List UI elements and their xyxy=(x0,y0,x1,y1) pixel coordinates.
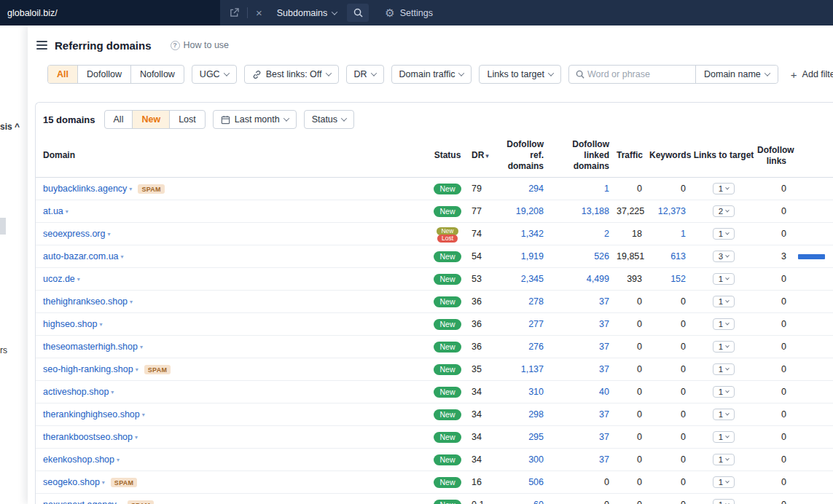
keywords-value[interactable]: 0 xyxy=(681,342,686,352)
domain-link[interactable]: theseomasterhigh.shop xyxy=(43,342,138,352)
domain-caret-icon[interactable]: ▾ xyxy=(117,457,120,463)
links-to-target-select[interactable]: 3 xyxy=(713,251,735,262)
links-to-target-select[interactable]: 1 xyxy=(713,318,735,330)
keywords-value[interactable]: 0 xyxy=(681,296,686,307)
target-url-input[interactable]: globaloil.biz/ xyxy=(0,0,220,25)
dofollow-linked-value[interactable]: 0 xyxy=(604,500,609,504)
dofollow-ref-value[interactable]: 277 xyxy=(528,319,544,329)
links-to-target-select[interactable]: 1 xyxy=(713,273,735,285)
search-button[interactable] xyxy=(347,4,369,22)
links-to-target-select[interactable]: 1 xyxy=(713,409,735,420)
dofollow-linked-value[interactable]: 13,188 xyxy=(582,206,609,216)
col-traffic[interactable]: Traffic xyxy=(615,135,648,178)
domain-link[interactable]: ucoz.de xyxy=(43,274,75,284)
domain-name-dropdown[interactable]: Domain name xyxy=(695,66,778,83)
links-to-target-select[interactable]: 1 xyxy=(713,363,735,375)
domain-link[interactable]: seo-high-ranking.shop xyxy=(43,364,133,374)
dofollow-ref-value[interactable]: 19,208 xyxy=(516,206,544,216)
col-dofollow-links[interactable]: Dofollow links xyxy=(756,135,792,178)
dofollow-linked-value[interactable]: 37 xyxy=(599,409,609,420)
settings-link[interactable]: Settings xyxy=(400,8,433,18)
domain-link[interactable]: ekenkoshop.shop xyxy=(43,454,114,465)
domain-caret-icon[interactable]: ▾ xyxy=(130,299,133,305)
menu-icon[interactable] xyxy=(36,41,47,50)
keywords-value[interactable]: 12,373 xyxy=(658,206,686,216)
how-to-use-link[interactable]: ? How to use xyxy=(171,40,230,50)
dofollow-ref-value[interactable]: 2,345 xyxy=(521,274,544,284)
keywords-value[interactable]: 0 xyxy=(681,319,686,329)
change-tab-all[interactable]: All xyxy=(105,111,133,128)
dofollow-linked-value[interactable]: 37 xyxy=(599,296,609,307)
phrase-search-input[interactable] xyxy=(587,69,695,79)
follow-tab-dofollow[interactable]: Dofollow xyxy=(77,66,130,83)
dofollow-ref-value[interactable]: 298 xyxy=(528,409,544,420)
change-tab-new[interactable]: New xyxy=(132,111,169,128)
dofollow-ref-value[interactable]: 276 xyxy=(528,342,544,352)
dofollow-linked-value[interactable]: 37 xyxy=(599,319,609,329)
col-dr[interactable]: DR▾ xyxy=(469,135,491,178)
domain-caret-icon[interactable]: ▾ xyxy=(66,208,69,215)
domain-caret-icon[interactable]: ▾ xyxy=(129,186,132,192)
status-dropdown[interactable]: Status xyxy=(304,110,354,129)
links-to-target-select[interactable]: 1 xyxy=(713,296,735,307)
domain-caret-icon[interactable]: ▾ xyxy=(135,434,138,441)
domain-caret-icon[interactable]: ▾ xyxy=(77,276,80,283)
dofollow-linked-value[interactable]: 0 xyxy=(604,477,609,487)
keywords-value[interactable]: 0 xyxy=(681,454,686,465)
domain-link[interactable]: therankboostseo.shop xyxy=(43,432,133,442)
dofollow-ref-value[interactable]: 1,137 xyxy=(521,364,544,374)
subdomains-dropdown[interactable]: Subdomains xyxy=(277,8,337,18)
keywords-value[interactable]: 0 xyxy=(681,387,686,397)
domain-caret-icon[interactable]: ▾ xyxy=(99,321,102,328)
domain-caret-icon[interactable]: ▾ xyxy=(121,253,124,260)
col-links-to-target[interactable]: Links to target xyxy=(692,135,756,178)
links-to-target-select[interactable]: 1 xyxy=(713,454,735,465)
follow-tab-all[interactable]: All xyxy=(48,66,77,83)
dofollow-linked-value[interactable]: 37 xyxy=(599,364,609,374)
domain-caret-icon[interactable]: ▾ xyxy=(102,479,105,486)
links-to-target-select[interactable]: 1 xyxy=(713,341,735,353)
col-dofollow-linked-domains[interactable]: Dofollow linked domains xyxy=(550,135,615,178)
dofollow-linked-value[interactable]: 526 xyxy=(594,251,609,261)
ugc-filter[interactable]: UGC xyxy=(192,65,237,84)
dofollow-ref-value[interactable]: 1,919 xyxy=(521,251,544,261)
clear-target-icon[interactable]: × xyxy=(256,7,262,18)
dofollow-ref-value[interactable]: 278 xyxy=(528,296,544,307)
dofollow-linked-value[interactable]: 37 xyxy=(599,432,609,442)
domain-caret-icon[interactable]: ▾ xyxy=(140,344,143,350)
domain-link[interactable]: buybacklinks.agency xyxy=(43,184,127,194)
open-in-new-tab-icon[interactable] xyxy=(230,8,239,17)
keywords-value[interactable]: 152 xyxy=(670,274,686,284)
dofollow-ref-value[interactable]: 300 xyxy=(528,454,544,465)
keywords-value[interactable]: 0 xyxy=(681,364,686,374)
col-status[interactable]: Status xyxy=(426,135,469,178)
dofollow-linked-value[interactable]: 37 xyxy=(599,454,609,465)
domain-traffic-filter[interactable]: Domain traffic xyxy=(391,65,472,84)
col-dofollow-ref-domains[interactable]: Dofollow ref. domains xyxy=(491,135,550,178)
keywords-value[interactable]: 0 xyxy=(681,409,686,420)
links-to-target-select[interactable]: 1 xyxy=(713,228,735,240)
links-to-target-select[interactable]: 1 xyxy=(713,499,735,504)
domain-link[interactable]: thehighrankseo.shop xyxy=(43,296,128,307)
keywords-value[interactable]: 0 xyxy=(681,184,686,194)
col-domain[interactable]: Domain xyxy=(36,135,426,178)
keywords-value[interactable]: 0 xyxy=(681,432,686,442)
links-to-target-select[interactable]: 1 xyxy=(713,431,735,443)
dofollow-ref-value[interactable]: 60 xyxy=(533,500,544,504)
domain-caret-icon[interactable]: ▾ xyxy=(136,366,138,373)
dofollow-linked-value[interactable]: 37 xyxy=(599,342,609,352)
domain-link[interactable]: seoexpress.org xyxy=(43,229,105,239)
domain-link[interactable]: at.ua xyxy=(43,206,63,216)
domain-link[interactable]: nexusnext.agency xyxy=(43,500,117,504)
domain-caret-icon[interactable]: ▾ xyxy=(111,389,114,395)
keywords-value[interactable]: 1 xyxy=(681,229,686,239)
dofollow-ref-value[interactable]: 506 xyxy=(528,477,544,487)
domain-caret-icon[interactable]: ▾ xyxy=(142,412,145,418)
domain-link[interactable]: highseo.shop xyxy=(43,319,97,329)
dofollow-linked-value[interactable]: 40 xyxy=(599,387,609,397)
links-to-target-filter[interactable]: Links to target xyxy=(479,65,561,84)
domain-link[interactable]: activeshop.shop xyxy=(43,387,109,397)
dofollow-ref-value[interactable]: 310 xyxy=(528,387,544,397)
dofollow-linked-value[interactable]: 4,499 xyxy=(587,274,609,284)
dofollow-linked-value[interactable]: 1 xyxy=(604,184,609,194)
